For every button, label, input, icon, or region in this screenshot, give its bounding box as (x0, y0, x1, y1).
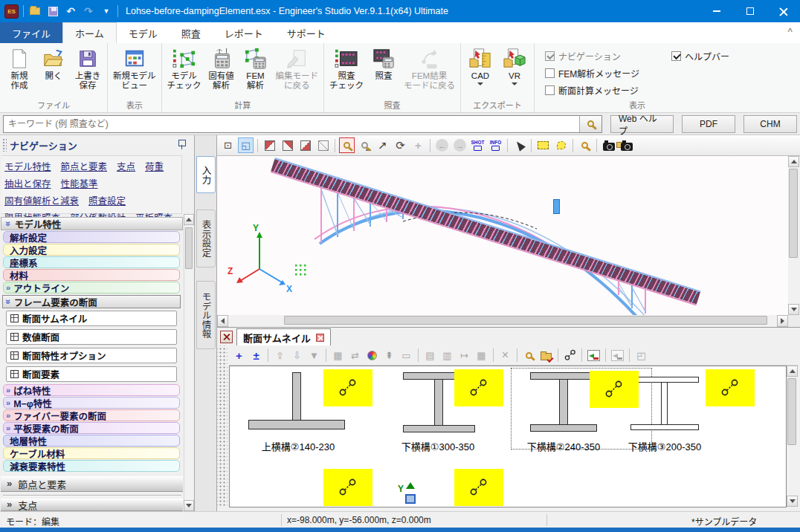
nav-item-analysis-settings[interactable]: 解析設定 (3, 231, 180, 243)
folder-check-icon[interactable] (539, 348, 553, 363)
i-section-bottom-flange[interactable] (630, 424, 699, 430)
cad-export-button[interactable]: CAD (464, 45, 497, 85)
add-multiple-icon[interactable]: ± (249, 348, 263, 363)
i-section-bottom-flange[interactable] (403, 425, 475, 432)
link-marker-box[interactable] (323, 369, 372, 406)
save-quick-icon[interactable] (46, 4, 59, 18)
nav-link-shousa-settings[interactable]: 照査設定 (88, 193, 126, 207)
t-section-stem[interactable] (292, 372, 301, 421)
tab-model-info[interactable]: モデル情報 (196, 281, 216, 349)
model-check-button[interactable]: モデル チェック (165, 45, 204, 91)
nav-link-model[interactable]: モデル特性 (4, 159, 51, 173)
panel-grip[interactable] (217, 346, 228, 507)
search-button[interactable] (579, 116, 601, 132)
cad-import-icon[interactable] (587, 348, 601, 363)
pointer-select-icon[interactable] (512, 137, 527, 153)
nav-item-spring-properties[interactable]: »ばね特性 (3, 384, 180, 396)
view-cube-top-icon[interactable] (280, 137, 295, 153)
link-marker-box[interactable] (706, 369, 755, 406)
add-section-icon[interactable]: + (232, 348, 246, 363)
ribbon-collapse-icon[interactable]: ^ (788, 27, 793, 36)
accordion-nodes-elements[interactable]: » 節点と要素 (1, 476, 183, 492)
tab-close-icon[interactable] (316, 334, 324, 342)
nav-scrollbar[interactable] (184, 214, 194, 511)
scroll-up-button[interactable] (184, 214, 194, 225)
nav-item-cable-materials[interactable]: ケーブル材料 (3, 447, 180, 459)
tab-support[interactable]: サポート (275, 22, 338, 43)
nav-link-loads[interactable]: 荷重 (145, 159, 164, 173)
web-help-button[interactable]: Web ヘルプ (610, 115, 674, 133)
nav-item-damping-properties[interactable]: 減衰要素特性 (3, 460, 180, 472)
scrollbar-thumb[interactable] (284, 316, 767, 325)
app-icon[interactable]: ES (4, 4, 19, 19)
view-cube-front-icon[interactable] (262, 137, 277, 153)
link-marker-box[interactable] (454, 469, 503, 506)
viewport-hscrollbar[interactable] (217, 315, 788, 327)
nav-link-performance[interactable]: 性能基準 (61, 176, 98, 190)
tab-display-settings[interactable]: 表示設定 (196, 210, 216, 267)
screenshot-camera-icon[interactable] (601, 137, 616, 153)
thumbnail-label[interactable]: 下横構③200-350 (601, 439, 728, 453)
zoom-in-icon[interactable] (339, 137, 355, 153)
redo-icon[interactable]: ↷ (82, 4, 95, 18)
i-section-web[interactable] (559, 379, 568, 425)
scroll-left-button[interactable] (217, 315, 228, 327)
eigenvalue-analysis-button[interactable]: 固有値 解析 (205, 45, 238, 91)
tab-report[interactable]: レポート (213, 22, 275, 43)
nav-item-outline[interactable]: »アウトライン (3, 282, 180, 293)
new-model-view-button[interactable]: 新規モデル ビュー (111, 45, 158, 91)
link-sections-icon[interactable] (563, 348, 577, 363)
quick-access-dropdown-icon[interactable]: ▼ (100, 4, 113, 18)
open-button[interactable]: 開く (37, 45, 70, 81)
pin-icon[interactable] (178, 140, 185, 150)
i-section-web[interactable] (434, 379, 443, 426)
minimize-button[interactable] (700, 0, 733, 22)
scroll-down-button[interactable] (184, 500, 194, 511)
tab-section-thumbnails[interactable]: 断面サムネイル (236, 328, 331, 346)
fem-message-checkbox[interactable]: FEM解析メッセージ (545, 67, 655, 80)
scroll-right-button[interactable] (777, 315, 788, 327)
search-input[interactable] (4, 116, 579, 132)
panel-close-button[interactable] (220, 331, 233, 343)
find-section-icon[interactable] (522, 348, 536, 363)
nav-item-m-phi-properties[interactable]: »M−φ特性 (3, 397, 180, 409)
nav-item-soil-properties[interactable]: 地層特性 (3, 435, 180, 447)
scroll-down-button[interactable] (787, 496, 798, 507)
nav-subitem-section-elements[interactable]: 断面要素 (6, 366, 177, 382)
new-file-button[interactable]: 新規 作成 (3, 45, 36, 91)
shot-camera-icon[interactable]: SHOT (470, 137, 486, 153)
rect-select-icon[interactable] (535, 137, 551, 153)
info-camera-icon[interactable]: INFO (488, 137, 503, 153)
tab-input[interactable]: 入力 (196, 156, 216, 193)
chm-help-button[interactable]: CHM (743, 115, 797, 133)
link-marker-box[interactable] (590, 371, 639, 408)
model-viewport[interactable]: Y Z X (217, 156, 800, 327)
axis-origin-icon[interactable]: ⇞ (382, 348, 396, 363)
open-quick-icon[interactable] (28, 4, 42, 18)
nav-link-eigen[interactable]: 固有値解析と減衰 (4, 193, 79, 207)
zoom-extents-icon[interactable]: ↗ (375, 137, 390, 153)
helpbar-checkbox[interactable]: ヘルプバー (671, 50, 729, 62)
nav-item-frame-sections[interactable]: » フレーム要素の断面 (2, 295, 181, 308)
pdf-help-button[interactable]: PDF (682, 115, 735, 133)
tab-shousa[interactable]: 照査 (170, 22, 213, 43)
link-marker-box[interactable] (323, 469, 372, 506)
lasso-select-icon[interactable] (553, 137, 569, 153)
t-section-flange[interactable] (248, 420, 345, 429)
scroll-up-button[interactable] (787, 366, 798, 377)
scrollbar-thumb[interactable] (787, 378, 796, 445)
scrollbar-thumb[interactable] (185, 227, 193, 269)
selected-element-handle[interactable] (553, 199, 560, 214)
shousa-check-button[interactable]: 照査 チェック (327, 45, 366, 91)
nav-link-supports[interactable]: 支点 (117, 159, 135, 173)
close-button[interactable] (767, 0, 800, 22)
accordion-supports[interactable]: » 支点 (1, 498, 183, 511)
nav-subitem-section-thumbnails[interactable]: 断面サムネイル (6, 311, 177, 326)
nav-item-plate-sections[interactable]: »平板要素の断面 (3, 422, 180, 434)
select-region-icon[interactable]: ⊡ (220, 137, 236, 153)
grip-dots-icon[interactable] (2, 138, 7, 152)
section-calc-message-checkbox[interactable]: 断面計算メッセージ (545, 84, 655, 97)
i-section-web[interactable] (661, 382, 668, 425)
nav-item-input-settings[interactable]: 入力設定 (3, 244, 180, 256)
view-cube-wire-icon[interactable] (315, 137, 331, 153)
